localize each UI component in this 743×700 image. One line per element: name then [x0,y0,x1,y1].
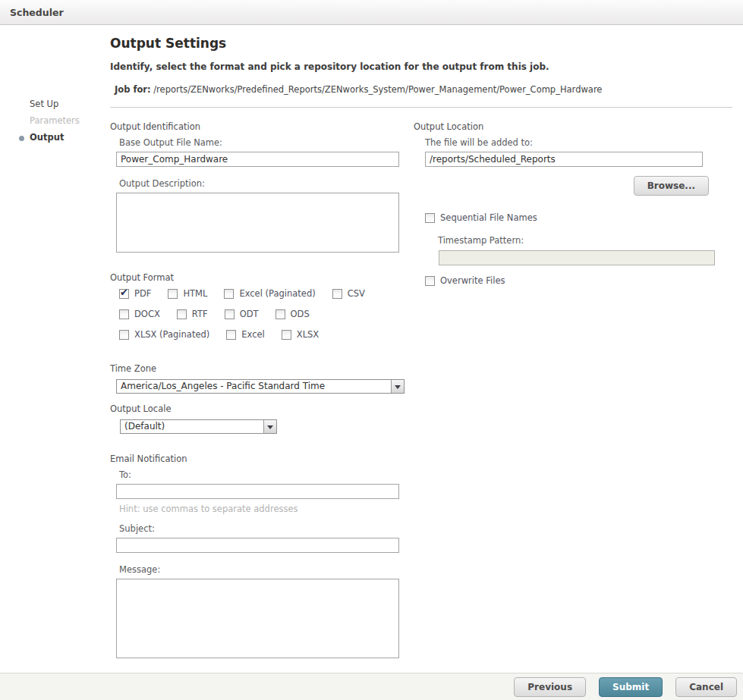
format-row-3: ✔ XLSX (Paginated) ✔ Excel ✔ XLSX [119,329,403,340]
step-set-up[interactable]: Set Up [20,96,104,112]
csv-checkbox[interactable]: ✔ [332,289,342,299]
location-path-label: The file will be added to: [425,137,732,148]
format-row-2: ✔ DOCX ✔ RTF ✔ ODT ✔ ODS [119,309,403,319]
step-label: Output [30,132,64,143]
checkbox-label: Overwrite Files [440,275,505,286]
browse-button[interactable]: Browse... [634,176,709,196]
sequential-file-names-checkbox[interactable]: ✔ [425,213,435,223]
chevron-down-icon [395,385,401,392]
sequential-file-names-row: ✔ Sequential File Names [425,212,732,223]
cancel-button[interactable]: Cancel [675,677,737,697]
checkbox-label: RTF [192,309,208,319]
output-locale-header: Output Locale [110,403,403,414]
rtf-checkbox[interactable]: ✔ [177,309,187,319]
xlsx-paginated-checkbox[interactable]: ✔ [119,330,129,340]
output-description-label: Output Description: [119,178,403,189]
active-step-bullet-icon [19,136,24,141]
odt-checkbox[interactable]: ✔ [225,309,235,319]
email-notification-header: Email Notification [110,454,403,464]
step-label: Parameters [30,115,80,126]
docx-checkbox[interactable]: ✔ [119,309,129,319]
page-subtitle: Identify, select the format and pick a r… [110,61,732,72]
dropdown-button[interactable] [391,380,404,393]
checkbox-label: Excel [241,329,264,340]
step-output[interactable]: Output [20,129,104,146]
base-name-label: Base Output File Name: [119,137,403,148]
step-label: Set Up [30,99,58,109]
checkbox-label: XLSX (Paginated) [134,329,209,340]
ods-checkbox[interactable]: ✔ [275,309,285,319]
checkbox-label: Excel (Paginated) [239,288,315,299]
email-message-label: Message: [119,564,403,575]
format-pdf: ✔ PDF [119,288,151,299]
email-to-hint: Hint: use commas to separate addresses [119,504,403,514]
checkbox-label: ODT [240,309,259,319]
email-to-input[interactable] [116,484,399,499]
format-row-1: ✔ PDF ✔ HTML ✔ Excel (Paginated) ✔ CSV [119,288,403,299]
main-content: Output Settings Identify, select the for… [110,36,732,700]
excel-paginated-checkbox[interactable]: ✔ [224,289,234,299]
job-for-row: Job for: /reports/ZENworks/Predefined_Re… [110,84,732,95]
format-excel-paginated: ✔ Excel (Paginated) [224,288,315,299]
wizard-steps: Set Up Parameters Output [20,96,104,146]
output-format-header: Output Format [110,272,403,283]
format-xlsx-paginated: ✔ XLSX (Paginated) [119,329,209,340]
output-identification-header: Output Identification [110,121,403,132]
overwrite-files-row: ✔ Overwrite Files [425,275,732,286]
format-docx: ✔ DOCX [119,309,160,319]
checkbox-label: DOCX [134,309,160,319]
submit-button[interactable]: Submit [599,677,663,697]
location-path-input[interactable] [425,152,703,167]
checkbox-label: XLSX [297,329,319,340]
time-zone-value: America/Los_Angeles - Pacific Standard T… [117,380,391,393]
checkbox-label: ODS [291,309,310,319]
xlsx-checkbox[interactable]: ✔ [282,330,291,340]
pdf-checkbox[interactable]: ✔ [119,289,129,299]
window-title-bar: Scheduler [0,0,743,25]
format-xlsx: ✔ XLSX [282,329,319,340]
email-subject-label: Subject: [119,523,403,534]
divider [110,107,732,108]
job-for-label: Job for: [115,84,151,95]
timestamp-pattern-input [439,250,715,265]
format-odt: ✔ ODT [225,309,259,319]
overwrite-files-checkbox[interactable]: ✔ [425,276,435,286]
format-csv: ✔ CSV [332,288,365,299]
checkbox-label: CSV [348,288,365,299]
step-parameters: Parameters [20,112,104,129]
time-zone-header: Time Zone [110,363,403,374]
format-html: ✔ HTML [168,288,207,299]
excel-checkbox[interactable]: ✔ [226,330,236,340]
app-title: Scheduler [10,7,64,18]
check-icon: ✔ [120,287,128,298]
email-subject-input[interactable] [116,538,399,553]
base-name-input[interactable] [116,152,399,167]
time-zone-select[interactable]: America/Los_Angeles - Pacific Standard T… [116,379,405,394]
output-locale-value: (Default) [121,420,263,433]
format-excel: ✔ Excel [226,329,264,340]
output-locale-select[interactable]: (Default) [120,419,277,434]
checkbox-label: PDF [134,288,151,299]
footer-action-bar: Previous Submit Cancel [0,673,743,700]
job-for-path: /reports/ZENworks/Predefined_Reports/ZEN… [153,84,602,95]
checkbox-label: Sequential File Names [440,212,537,223]
previous-button[interactable]: Previous [514,677,586,697]
dropdown-button[interactable] [263,420,276,433]
email-to-label: To: [119,469,403,480]
output-description-textarea[interactable] [116,193,399,253]
html-checkbox[interactable]: ✔ [168,289,178,299]
page-title: Output Settings [110,36,732,51]
timestamp-pattern-label: Timestamp Pattern: [438,235,732,246]
checkbox-label: HTML [183,288,207,299]
output-location-header: Output Location [414,121,732,132]
format-rtf: ✔ RTF [177,309,208,319]
format-ods: ✔ ODS [275,309,310,319]
chevron-down-icon [267,425,273,432]
email-message-textarea[interactable] [116,579,399,658]
